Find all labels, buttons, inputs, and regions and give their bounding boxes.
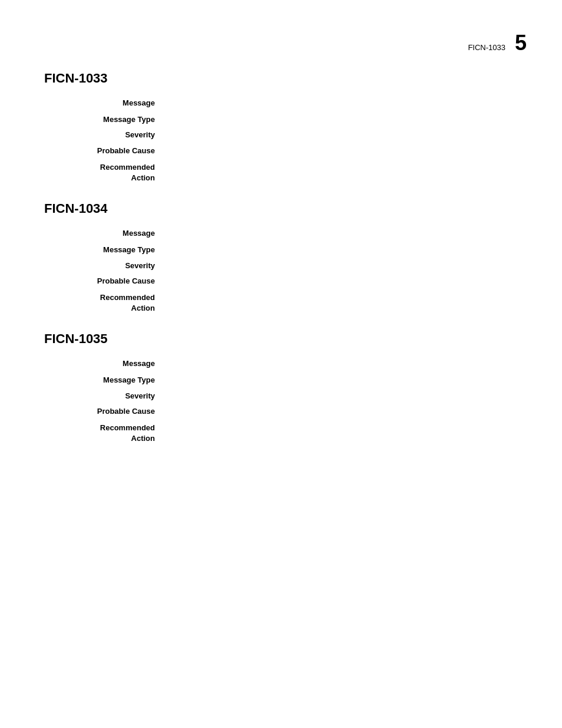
field-label-1-3: Probable Cause — [80, 276, 162, 286]
field-row-1-1: Message Type — [80, 245, 518, 255]
entry-title-ficn-1035: FICN-1035 — [44, 331, 518, 347]
field-label-2-0: Message — [80, 358, 162, 369]
field-value-2-2 — [162, 391, 518, 401]
entry-title-ficn-1033: FICN-1033 — [44, 71, 518, 86]
field-row-1-2: Severity — [80, 261, 518, 271]
page-header: FICN-1033 5 — [468, 31, 527, 55]
entry-ficn-1034: FICN-1034MessageMessage TypeSeverityProb… — [44, 201, 518, 314]
page-header-title: FICN-1033 — [468, 43, 505, 52]
entry-fields-ficn-1033: MessageMessage TypeSeverityProbable Caus… — [80, 98, 518, 183]
field-value-0-0 — [162, 98, 518, 108]
field-row-1-0: Message — [80, 228, 518, 239]
field-value-2-4 — [162, 423, 518, 444]
field-row-0-1: Message Type — [80, 114, 518, 125]
field-value-0-4 — [162, 162, 518, 183]
page-number: 5 — [515, 31, 527, 55]
entry-ficn-1033: FICN-1033MessageMessage TypeSeverityProb… — [44, 71, 518, 183]
field-row-1-4: Recommended Action — [80, 292, 518, 314]
field-row-2-1: Message Type — [80, 375, 518, 386]
field-value-1-1 — [162, 245, 518, 255]
field-value-2-0 — [162, 358, 518, 369]
field-label-1-1: Message Type — [80, 245, 162, 255]
field-row-2-0: Message — [80, 358, 518, 369]
field-value-1-2 — [162, 261, 518, 271]
entry-ficn-1035: FICN-1035MessageMessage TypeSeverityProb… — [44, 331, 518, 444]
field-value-2-3 — [162, 406, 518, 417]
field-value-0-2 — [162, 130, 518, 140]
field-value-1-3 — [162, 276, 518, 286]
field-label-2-2: Severity — [80, 391, 162, 401]
field-row-2-4: Recommended Action — [80, 423, 518, 444]
entry-fields-ficn-1035: MessageMessage TypeSeverityProbable Caus… — [80, 358, 518, 444]
field-value-1-4 — [162, 292, 518, 314]
field-value-0-3 — [162, 146, 518, 156]
field-label-1-2: Severity — [80, 261, 162, 271]
field-label-1-4: Recommended Action — [80, 292, 162, 314]
field-value-0-1 — [162, 114, 518, 125]
field-row-1-3: Probable Cause — [80, 276, 518, 286]
main-content: FICN-1033MessageMessage TypeSeverityProb… — [0, 0, 562, 444]
field-value-1-0 — [162, 228, 518, 239]
field-label-2-3: Probable Cause — [80, 406, 162, 417]
field-row-2-3: Probable Cause — [80, 406, 518, 417]
field-label-2-1: Message Type — [80, 375, 162, 386]
field-value-2-1 — [162, 375, 518, 386]
field-label-1-0: Message — [80, 228, 162, 239]
entry-title-ficn-1034: FICN-1034 — [44, 201, 518, 216]
field-row-0-2: Severity — [80, 130, 518, 140]
entry-fields-ficn-1034: MessageMessage TypeSeverityProbable Caus… — [80, 228, 518, 314]
field-row-0-3: Probable Cause — [80, 146, 518, 156]
field-label-0-3: Probable Cause — [80, 146, 162, 156]
field-row-2-2: Severity — [80, 391, 518, 401]
field-label-0-1: Message Type — [80, 114, 162, 125]
field-row-0-4: Recommended Action — [80, 162, 518, 183]
field-row-0-0: Message — [80, 98, 518, 108]
field-label-0-4: Recommended Action — [80, 162, 162, 183]
field-label-0-0: Message — [80, 98, 162, 108]
field-label-2-4: Recommended Action — [80, 423, 162, 444]
field-label-0-2: Severity — [80, 130, 162, 140]
